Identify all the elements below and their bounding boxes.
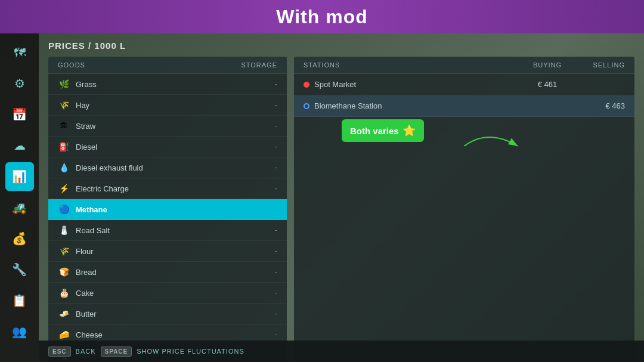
goods-row-butter[interactable]: 🧈Butter-: [48, 304, 287, 324]
goods-storage-electric-charge: -: [275, 184, 277, 193]
goods-storage-butter: -: [275, 310, 277, 318]
goods-name-grass: Grass: [76, 80, 275, 89]
goods-name-cheese: Cheese: [76, 330, 275, 339]
goods-icon-bread: 🍞: [58, 266, 70, 278]
main-content: PRICES / 1000 L GOODS STORAGE 🌿Grass-🌾Ha…: [39, 33, 644, 341]
goods-name-straw: Straw: [76, 122, 275, 131]
goods-name-electric-charge: Electric Charge: [76, 184, 275, 193]
stations-header: STATIONS BUYING SELLING: [294, 57, 634, 74]
sidebar-item-weather[interactable]: ☁: [5, 131, 34, 160]
sidebar-item-map[interactable]: 🗺: [5, 38, 34, 67]
sidebar-item-money[interactable]: 💰: [5, 224, 34, 253]
back-label[interactable]: BACK: [76, 348, 96, 355]
goods-row-road-salt[interactable]: 🧂Road Salt-: [48, 220, 287, 241]
goods-storage-road-salt: -: [275, 226, 277, 234]
storage-col-header: STORAGE: [241, 61, 277, 69]
goods-row-flour[interactable]: 🌾Flour-: [48, 241, 287, 262]
stations-panel: STATIONS BUYING SELLING Spot Market€ 461…: [294, 57, 634, 362]
goods-icon-methane: 🔵: [58, 203, 70, 215]
panels-row: GOODS STORAGE 🌿Grass-🌾Hay-🏚Straw-⛽Diesel…: [48, 57, 634, 362]
star-icon: ⭐: [402, 124, 416, 137]
esc-key: ESC: [48, 346, 71, 357]
station-name-spot-market: Spot Market: [314, 80, 518, 89]
goods-row-diesel-exhaust[interactable]: 💧Diesel exhaust fluid-: [48, 157, 287, 178]
goods-name-diesel: Diesel: [76, 143, 275, 151]
goods-name-diesel-exhaust: Diesel exhaust fluid: [76, 163, 275, 172]
sidebar-item-tractor[interactable]: 🚜: [5, 193, 34, 222]
goods-list: 🌿Grass-🌾Hay-🏚Straw-⛽Diesel-💧Diesel exhau…: [48, 74, 287, 362]
goods-row-straw[interactable]: 🏚Straw-: [48, 116, 287, 137]
goods-header: GOODS STORAGE: [48, 57, 287, 74]
goods-name-methane: Methane: [76, 205, 275, 214]
station-name-biomethane-station: Biomethane Station: [314, 101, 518, 110]
goods-icon-grass: 🌿: [58, 78, 70, 90]
sidebar-item-chart[interactable]: 📊: [5, 162, 34, 191]
goods-icon-cake: 🎂: [58, 287, 70, 299]
goods-name-hay: Hay: [76, 101, 275, 110]
goods-name-bread: Bread: [76, 268, 275, 277]
sidebar-item-book[interactable]: 📋: [5, 286, 34, 315]
station-dot-spot-market: [304, 82, 309, 88]
header-title: With mod: [276, 6, 367, 28]
goods-icon-flour: 🌾: [58, 245, 70, 257]
goods-name-butter: Butter: [76, 310, 275, 318]
goods-storage-flour: -: [275, 247, 277, 255]
badge-text: Both varies: [350, 126, 399, 136]
goods-row-hay[interactable]: 🌾Hay-: [48, 95, 287, 116]
goods-storage-methane: -: [275, 205, 277, 214]
goods-col-header: GOODS: [58, 61, 241, 69]
header-bar: With mod: [0, 0, 644, 33]
stations-list: Spot Market€ 461Biomethane Station€ 463: [294, 74, 634, 117]
goods-storage-hay: -: [275, 101, 277, 109]
station-row-spot-market[interactable]: Spot Market€ 461: [294, 74, 634, 95]
goods-storage-cheese: -: [275, 330, 277, 339]
goods-row-cake[interactable]: 🎂Cake-: [48, 283, 287, 304]
station-buying-spot-market: € 461: [518, 80, 577, 89]
goods-row-bread[interactable]: 🍞Bread-: [48, 262, 287, 283]
goods-row-grass[interactable]: 🌿Grass-: [48, 74, 287, 95]
goods-panel: GOODS STORAGE 🌿Grass-🌾Hay-🏚Straw-⛽Diesel…: [48, 57, 287, 362]
goods-row-methane[interactable]: 🔵Methane-: [48, 199, 287, 220]
goods-icon-cheese: 🧀: [58, 329, 70, 341]
selling-col-header: SELLING: [577, 61, 625, 69]
sidebar: 🗺⚙📅☁📊🚜💰🔧📋👥: [0, 33, 39, 362]
station-dot-biomethane-station: [304, 103, 309, 109]
bottom-bar: ESC BACK SPACE SHOW PRICE FLUCTUATIONS: [39, 341, 644, 362]
fluctuations-label[interactable]: SHOW PRICE FLUCTUATIONS: [137, 348, 244, 355]
sidebar-item-group[interactable]: 👥: [5, 317, 34, 346]
sidebar-item-tools[interactable]: 🔧: [5, 255, 34, 284]
station-row-biomethane-station[interactable]: Biomethane Station€ 463: [294, 95, 634, 117]
goods-row-diesel[interactable]: ⛽Diesel-: [48, 137, 287, 157]
buying-col-header: BUYING: [518, 61, 577, 69]
goods-icon-road-salt: 🧂: [58, 224, 70, 236]
goods-storage-straw: -: [275, 122, 277, 130]
goods-storage-diesel: -: [275, 143, 277, 151]
goods-storage-cake: -: [275, 289, 277, 297]
goods-name-cake: Cake: [76, 289, 275, 298]
goods-storage-bread: -: [275, 268, 277, 276]
sidebar-item-calendar[interactable]: 📅: [5, 100, 34, 129]
stations-col-header: STATIONS: [304, 61, 518, 69]
goods-icon-hay: 🌾: [58, 99, 70, 111]
goods-icon-straw: 🏚: [58, 120, 70, 132]
space-key: SPACE: [101, 346, 132, 357]
goods-storage-diesel-exhaust: -: [275, 163, 277, 172]
goods-name-flour: Flour: [76, 247, 275, 256]
goods-icon-butter: 🧈: [58, 308, 70, 320]
goods-row-electric-charge[interactable]: ⚡Electric Charge-: [48, 178, 287, 199]
goods-icon-diesel: ⛽: [58, 141, 70, 153]
goods-icon-electric-charge: ⚡: [58, 182, 70, 194]
station-selling-biomethane-station: € 463: [577, 101, 625, 110]
both-varies-badge: Both varies ⭐: [342, 119, 424, 142]
sidebar-item-steering[interactable]: ⚙: [5, 69, 34, 98]
goods-storage-grass: -: [275, 80, 277, 88]
goods-icon-diesel-exhaust: 💧: [58, 162, 70, 174]
prices-title: PRICES / 1000 L: [48, 41, 634, 51]
goods-name-road-salt: Road Salt: [76, 226, 275, 235]
